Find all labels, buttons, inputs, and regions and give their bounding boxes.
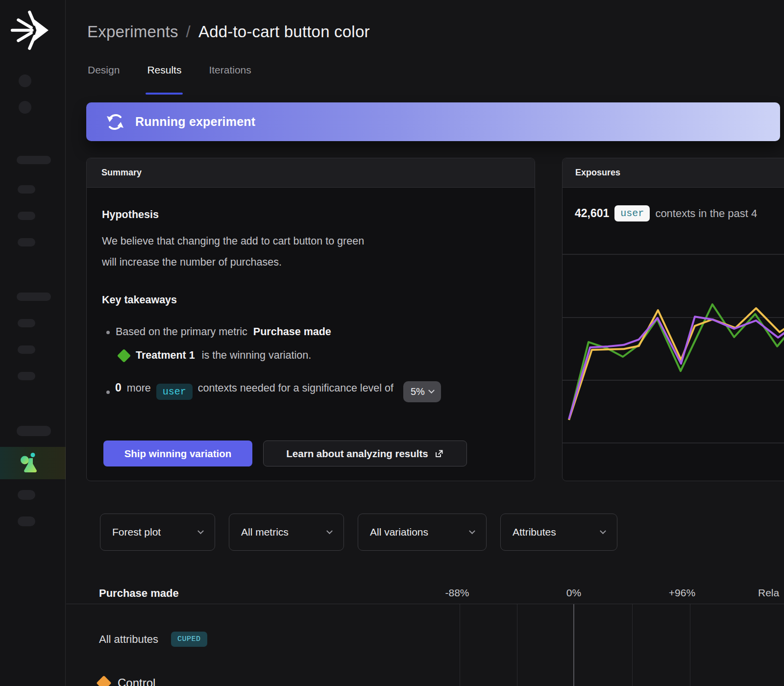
plot-gridline [690,604,690,686]
summary-card-title: Summary [101,168,142,178]
axis-tick-zero: 0% [566,587,581,599]
tab-bar: Design Results Iterations [88,64,251,82]
learn-about-results-button[interactable]: Learn about analyzing results [263,441,467,466]
chevron-down-icon [197,528,204,534]
chevron-down-icon [428,387,435,393]
experiment-flask-icon [17,451,41,475]
view-type-dropdown[interactable]: Forest plot [100,514,215,551]
takeaway-significance: 0 more user contexts needed for a signif… [106,381,441,402]
exposures-line-chart [563,245,784,461]
summary-card-header: Summary [87,158,535,188]
sidebar-skeleton-item [18,212,35,220]
exposures-count: 42,601 [575,207,609,220]
sidebar-skeleton-item [17,426,51,436]
exposures-caption: 42,601 user contexts in the past 4 [575,205,757,221]
launchdarkly-logo-icon[interactable] [9,8,52,51]
needed-count: 0 [115,381,122,394]
metric-name: Purchase made [99,587,179,600]
metric-axis-row: Purchase made -88% 0% +96% Rela [0,587,784,604]
cuped-badge: CUPED [171,632,207,647]
breadcrumb-experiments-link[interactable]: Experiments [87,23,178,41]
takeaway-primary-metric: Based on the primary metric Purchase mad… [106,326,331,338]
sidebar-skeleton-item [18,185,35,194]
plot-gridline [632,604,633,686]
summary-card: Summary Hypothesis We believe that chang… [86,158,535,481]
hypothesis-heading: Hypothesis [102,209,159,221]
metrics-filter-dropdown[interactable]: All metrics [229,514,344,551]
sidebar-skeleton-item [18,238,35,246]
banner-label: Running experiment [135,115,255,129]
treatment-1-diamond-icon [117,348,131,362]
tab-results[interactable]: Results [147,64,181,82]
chevron-down-icon [326,528,333,534]
sidebar-skeleton-item [18,372,35,380]
ship-winning-variation-button[interactable]: Ship winning variation [103,441,252,466]
chevron-down-icon [469,528,475,534]
winning-variation-name: Treatment 1 [136,349,195,362]
exposures-card-title: Exposures [575,168,620,178]
hypothesis-text: We believe that changing the add to cart… [102,231,364,273]
variations-filter-dropdown[interactable]: All variations [358,514,487,551]
sidebar-nav [0,0,66,686]
key-takeaways-heading: Key takeaways [102,294,177,306]
exposures-caption-text: contexts in the past 4 [655,207,757,220]
sidebar-skeleton-item [18,490,35,500]
page-title: Add-to-cart button color [198,23,370,41]
significance-level-dropdown[interactable]: 5% [403,381,441,402]
external-link-icon [434,449,444,459]
tab-iterations[interactable]: Iterations [209,64,251,82]
sidebar-skeleton-item [18,319,35,327]
exposures-card-header: Exposures [563,158,784,188]
primary-metric-name: Purchase made [253,326,331,338]
user-context-badge: user [614,205,650,221]
tab-design[interactable]: Design [88,64,120,82]
variation-label: Control [118,676,155,686]
sidebar-skeleton-item [18,516,35,526]
sidebar-skeleton-item [17,293,51,301]
sidebar-skeleton-item [18,345,35,354]
attributes-filter-dropdown[interactable]: Attributes [500,514,617,551]
takeaway-winning-variation: Treatment 1 is the winning variation. [119,349,311,362]
chevron-down-icon [600,528,606,534]
running-experiment-banner: Running experiment [86,102,780,141]
results-table-border [66,604,784,604]
chart-series-purple [569,317,784,419]
breadcrumb-separator: / [186,23,191,41]
plot-gridline [517,604,517,686]
attribute-group-label: All attributes [99,633,158,646]
variation-row-control: Control [98,676,155,686]
axis-right-label: Rela [758,587,779,599]
sidebar-item-experiments-active[interactable] [0,447,66,479]
sidebar-skeleton-icon [19,74,31,87]
sidebar-skeleton-item [17,156,51,164]
breadcrumb: Experiments / Add-to-cart button color [87,23,370,41]
exposures-card: Exposures 42,601 user contexts in the pa… [562,158,784,481]
bullet-dot [106,391,110,394]
attribute-group-row: All attributes CUPED [99,632,207,647]
plot-zero-line [573,604,574,686]
user-context-badge: user [156,384,193,400]
sidebar-skeleton-icon [19,101,31,114]
axis-tick-positive: +96% [669,587,695,599]
sync-refresh-icon [105,112,125,132]
plot-gridline [460,604,460,686]
control-diamond-icon [96,675,111,686]
bullet-dot [106,331,110,334]
axis-tick-negative: -88% [445,587,469,599]
